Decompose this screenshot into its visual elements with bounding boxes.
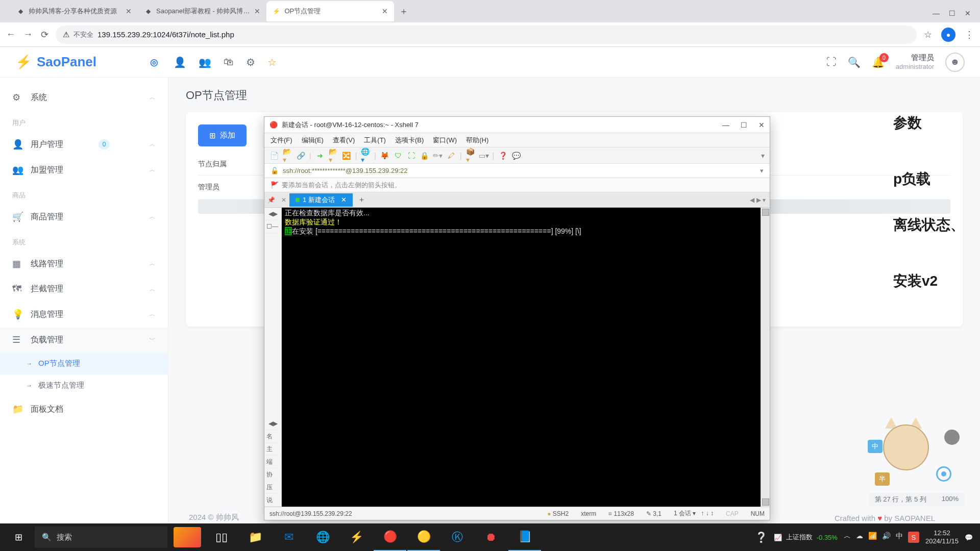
xshell-left-pane[interactable]: ◀▶ ☐— ◀▶ 名 主 端 协 压 说 — [264, 208, 282, 507]
wifi-icon[interactable]: 📶 — [868, 532, 877, 543]
xshell-tab-active[interactable]: 1 新建会话 ✕ — [289, 193, 353, 207]
browser-tab-1[interactable]: ◆ 帅帅风博客-分享各种优质资源 ✕ — [10, 1, 138, 21]
menu-tab[interactable]: 选项卡(B) — [395, 136, 424, 145]
expand-icon[interactable]: ⛶ — [826, 56, 837, 68]
maximize-icon[interactable]: ☐ — [949, 9, 955, 17]
help-icon[interactable]: ❓ — [498, 151, 507, 160]
scroll-up-icon[interactable] — [762, 209, 769, 216]
minimize-icon[interactable]: — — [933, 9, 940, 17]
lock-icon[interactable]: 🔒 — [420, 151, 429, 160]
taskbar-app-taskview[interactable]: ▯▯ — [205, 523, 238, 551]
sidebar-item-intercept[interactable]: 🗺 拦截管理 ︿ — [0, 277, 168, 302]
menu-edit[interactable]: 编辑(E) — [302, 136, 324, 145]
pane-row[interactable]: ◀▶ — [264, 417, 281, 430]
browser-tab-3-active[interactable]: ⚡ OP节点管理 ✕ — [266, 1, 394, 21]
chat-icon[interactable]: 💬 — [511, 151, 521, 160]
scroll-down-icon[interactable] — [762, 498, 769, 506]
globe-icon[interactable]: 🌐▾ — [361, 151, 370, 160]
taskbar-app-edge[interactable]: 🌐 — [306, 523, 339, 551]
close-icon[interactable]: ✕ — [382, 7, 388, 15]
shop-icon[interactable]: 🛍 — [224, 56, 234, 68]
pane-tab-nav[interactable]: ◀▶ — [264, 208, 281, 220]
tray-stock-widget[interactable]: 📈 上证指数 -0.35% — [774, 533, 838, 542]
taskbar-app-chrome[interactable]: 🟡 — [407, 523, 440, 551]
profile-avatar-icon[interactable]: ● — [941, 28, 955, 42]
sidebar-item-load[interactable]: ☰ 负载管理 ﹀ — [0, 327, 168, 353]
xshell-titlebar[interactable]: 🔴 新建会话 - root@VM-16-12-centos:~ - Xshell… — [264, 117, 770, 133]
cloud-icon[interactable]: ☁ — [856, 532, 863, 543]
tray-clock[interactable]: 12:52 2024/11/15 — [925, 529, 959, 545]
brand[interactable]: ⚡ SaoPanel ◎ — [15, 54, 174, 70]
taskbar-app-bolt[interactable]: ⚡ — [340, 523, 373, 551]
new-tab-button[interactable]: ＋ — [394, 5, 413, 17]
firefox-icon[interactable]: 🦊 — [380, 151, 389, 160]
taskbar-app-record[interactable]: ⏺ — [475, 523, 507, 551]
close-window-icon[interactable]: ✕ — [965, 9, 971, 17]
ime-badge[interactable]: S — [908, 532, 919, 543]
screen-icon[interactable]: ▭▾ — [479, 151, 488, 160]
xshell-scrollbar[interactable] — [761, 208, 770, 507]
menu-file[interactable]: 文件(F) — [271, 136, 292, 145]
close-icon[interactable]: ✕ — [254, 7, 260, 15]
new-session-icon[interactable]: 📄 — [270, 151, 279, 160]
menu-tools[interactable]: 工具(T) — [364, 136, 386, 145]
browser-tab-2[interactable]: ◆ Saopanel部署教程 - 帅帅风博… ✕ — [138, 1, 266, 21]
box-icon[interactable]: 📦▾ — [466, 151, 475, 160]
pin-icon[interactable]: 📌 — [264, 196, 278, 204]
sidebar-item-product[interactable]: 🛒 商品管理 ︿ — [0, 204, 168, 230]
avatar-icon[interactable]: ☻ — [945, 53, 965, 72]
search-icon[interactable]: 🔍 — [848, 56, 861, 68]
notifications-icon[interactable]: 🔔0 — [872, 56, 885, 68]
close-icon[interactable]: ✕ — [758, 121, 765, 129]
highlight-icon[interactable]: 🖍 — [447, 151, 456, 160]
sidebar-item-panel-doc[interactable]: 📁 面板文档 — [0, 396, 168, 422]
tab-close-icon[interactable]: ✕ — [341, 196, 347, 204]
back-icon[interactable]: ← — [6, 29, 15, 40]
taskbar-app-k[interactable]: Ⓚ — [441, 523, 474, 551]
tray-help-icon[interactable]: ❔ — [755, 531, 768, 543]
sidebar-sub-speed-node[interactable]: → 极速节点管理 — [0, 374, 168, 396]
minimize-icon[interactable]: — — [722, 121, 729, 129]
sidebar-item-franchise[interactable]: 👥 加盟管理 ︿ — [0, 157, 168, 183]
fullscreen-icon[interactable]: ⛶ — [407, 151, 416, 160]
person-icon[interactable]: 👤 — [174, 56, 186, 68]
taskbar-app-outlook[interactable]: ✉ — [273, 523, 305, 551]
menu-icon[interactable]: ⋮ — [965, 29, 974, 40]
taskbar-app-xshell[interactable]: 🔴 — [374, 523, 406, 551]
connect-icon[interactable]: 🔗 — [296, 151, 305, 160]
tab-nav-icons[interactable]: ◀ ▶ ▾ — [746, 196, 770, 204]
sidebar-item-message[interactable]: 💡 消息管理 ︿ — [0, 302, 168, 327]
menu-help[interactable]: 帮助(H) — [466, 136, 488, 145]
dropdown-icon[interactable]: ▾ — [760, 167, 764, 174]
url-input[interactable]: ⚠ 不安全 139.155.239.29:1024/6t37i/note_lis… — [56, 26, 917, 44]
start-button[interactable]: ⊞ — [2, 523, 35, 551]
taskbar-app-notepad[interactable]: 📘 — [508, 523, 541, 551]
sidebar-item-route[interactable]: ▦ 线路管理 ︿ — [0, 251, 168, 277]
toolbar-dropdown-icon[interactable]: ▾ — [761, 152, 765, 160]
reconnect-icon[interactable]: ➜ — [315, 151, 325, 160]
star-icon[interactable]: ☆ — [924, 29, 932, 40]
sidebar-item-system-top[interactable]: ⚙ 系统 ︿ — [0, 85, 168, 110]
sidebar-sub-op-node[interactable]: → OP节点管理 — [0, 353, 168, 374]
xshell-new-tab[interactable]: ＋ — [353, 195, 371, 205]
mascot-widget[interactable]: 中 半 — [868, 424, 960, 486]
volume-icon[interactable]: 🔊 — [882, 532, 891, 543]
menu-view[interactable]: 查看(V) — [333, 136, 355, 145]
notifications-icon[interactable]: 💬 — [965, 534, 973, 541]
open-icon[interactable]: 📂▾ — [329, 151, 338, 160]
reload-icon[interactable]: ⟳ — [41, 29, 48, 40]
taskbar-app-explorer[interactable]: 📁 — [239, 523, 272, 551]
target-icon[interactable]: ◎ — [150, 57, 158, 68]
wand-icon[interactable]: ✏▾ — [433, 151, 443, 160]
maximize-icon[interactable]: ☐ — [741, 121, 747, 129]
forward-icon[interactable]: → — [23, 29, 33, 40]
ime-cn-label[interactable]: 中 — [896, 532, 903, 543]
close-all-icon[interactable]: ✕ — [278, 196, 289, 204]
star-outline-icon[interactable]: ☆ — [267, 56, 277, 68]
taskbar-app-widgets[interactable] — [174, 527, 201, 547]
xshell-ssh-bar[interactable]: 🔓 ssh://root:*************@139.155.239.2… — [264, 164, 770, 178]
people-icon[interactable]: 👥 — [199, 56, 211, 68]
close-icon[interactable]: ✕ — [126, 7, 132, 15]
xshell-terminal[interactable]: 正在检查数据库是否有效... 数据库验证通过！ 正在安装 [==========… — [282, 208, 761, 507]
add-button[interactable]: ⊞ 添加 — [198, 124, 247, 146]
